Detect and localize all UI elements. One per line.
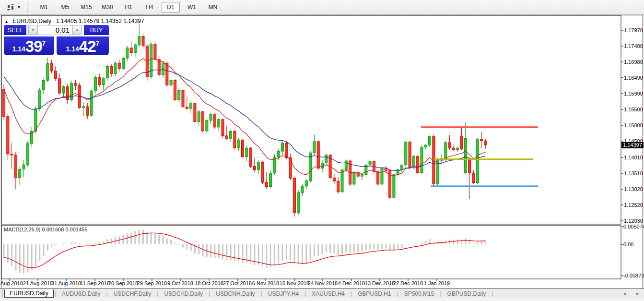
- volume-input[interactable]: 0.01: [38, 25, 72, 35]
- macd-indicator-label: MACD(12,26,9) 0.001608 0.001455: [4, 227, 87, 232]
- toolbar-drag-grip[interactable]: [27, 2, 30, 12]
- date-axis-tick: 24 Nov 2018: [308, 280, 338, 286]
- one-click-trading-panel: SELL ▼ 0.01 ▲ BUY 1.14 39 7 1.14 42 7: [4, 25, 109, 54]
- price-axis-tick: 1.15000: [624, 122, 643, 128]
- date-axis-tick: 21 Aug 2018: [23, 280, 53, 286]
- timeframe-button-h1[interactable]: H1: [119, 2, 138, 12]
- chart-tab-usdchf-daily[interactable]: USDCHF,Daily: [109, 290, 156, 298]
- ohlc-high: 1.14579: [79, 18, 99, 24]
- date-axis-tick: 6 Nov 2018: [252, 280, 279, 286]
- chart-tab-audusd-daily[interactable]: AUDUSD,Daily: [57, 290, 105, 298]
- tab-divider: |: [304, 290, 306, 297]
- macd-axis-tick: 0.005074: [623, 224, 644, 229]
- ohlc-open: 1.14405: [56, 18, 77, 24]
- timeframe-button-d1[interactable]: D1: [162, 2, 180, 12]
- buy-price-display[interactable]: 1.14 42 7: [57, 36, 109, 55]
- timeframes-icon: [6, 4, 15, 11]
- tab-scroll-left-button[interactable]: ◄: [622, 291, 627, 296]
- sell-price-pips: 39: [25, 39, 42, 54]
- date-axis-tick: 18 Oct 2018: [195, 280, 223, 286]
- sell-price-display[interactable]: 1.14 39 7: [4, 36, 54, 55]
- tab-divider: |: [106, 290, 108, 297]
- ohlc-low: 1.14352: [101, 18, 121, 24]
- periodicity-tool-button[interactable]: ▼: [5, 3, 23, 12]
- chart-window[interactable]: [1, 15, 643, 289]
- chart-tab-usdcad-daily[interactable]: USDCAD,Daily: [159, 290, 208, 298]
- price-axis-tick: 1.15990: [624, 91, 643, 96]
- chart-symbol-period: EURUSD,Daily: [12, 18, 51, 24]
- date-axis-tick: 9 Aug 2018: [0, 280, 23, 286]
- timeframe-button-w1[interactable]: W1: [183, 2, 201, 12]
- chart-tab-sp500-m15[interactable]: SP500,M15: [399, 290, 439, 298]
- price-axis-tick: 1.12520: [624, 202, 643, 208]
- chart-tab-xauusd-h4[interactable]: XAUUSD,H4: [307, 290, 350, 298]
- tab-divider: |: [209, 290, 210, 297]
- date-axis-tick: 22 Dec 2018: [393, 280, 423, 286]
- chart-tab-bar: EURUSD,Daily|AUDUSD,Daily|USDCHF,Daily|U…: [0, 289, 644, 298]
- price-axis-tick: 1.17970: [624, 27, 643, 33]
- tab-divider: |: [492, 290, 493, 297]
- macd-axis-tick: 0.00: [623, 241, 633, 247]
- timeframe-buttons: M1M5M15M30H1H4D1W1MN: [34, 2, 223, 12]
- price-axis-tick: 1.16980: [624, 59, 643, 65]
- price-axis-tick: 1.13020: [624, 186, 643, 192]
- chart-tab-gbpusd-daily[interactable]: GBPUSD,Daily: [442, 290, 491, 298]
- timeframe-toolbar: ▼ M1M5M15M30H1H4D1W1MN: [0, 0, 644, 15]
- chevron-down-icon: ▼: [17, 5, 21, 10]
- price-axis-tick: 1.17480: [624, 43, 643, 49]
- tab-divider: |: [157, 290, 158, 297]
- price-axis-tick: 1.16490: [624, 75, 643, 81]
- volume-increase-button[interactable]: ▲: [72, 25, 82, 35]
- buy-price-point: 7: [96, 39, 100, 47]
- collapse-triangle-icon[interactable]: ▲: [4, 19, 9, 24]
- price-axis-tick: 1.12030: [624, 218, 643, 224]
- buy-price-pips: 42: [79, 39, 96, 54]
- chart-tab-gbpusd-h1[interactable]: GBPUSD,H1: [353, 290, 396, 298]
- tab-divider: |: [397, 290, 398, 297]
- timeframe-button-m1[interactable]: M1: [35, 2, 53, 12]
- date-axis-tick: 9 Oct 2018: [167, 280, 193, 286]
- date-axis-tick: 27 Oct 2018: [223, 280, 252, 286]
- date-axis-tick: 29 Sep 2018: [137, 280, 167, 286]
- tab-scroll-right-button[interactable]: ►: [635, 291, 640, 296]
- date-axis-tick: 13 Dec 2018: [365, 280, 395, 286]
- price-axis-tick: 1.14010: [624, 155, 643, 160]
- buy-button[interactable]: BUY: [84, 25, 109, 35]
- date-axis-tick: 15 Nov 2018: [280, 280, 309, 286]
- timeframe-button-m30[interactable]: M30: [98, 2, 117, 12]
- tab-bar-notch: [0, 289, 3, 298]
- date-axis-tick: 4 Dec 2018: [338, 280, 365, 286]
- tab-divider: |: [261, 290, 262, 297]
- chart-ohlc-title: ▲ EURUSD,Daily 1.14405 1.14579 1.14352 1…: [4, 18, 144, 24]
- tab-divider: |: [351, 290, 352, 297]
- date-axis-tick: 1 Jan 2019: [424, 280, 450, 286]
- current-price-tag: 1.14397: [621, 142, 644, 148]
- buy-price-prefix: 1.14: [66, 45, 79, 53]
- ohlc-close: 1.14397: [123, 18, 144, 24]
- timeframe-button-m5[interactable]: M5: [56, 2, 74, 12]
- chart-tab-eurusd-daily[interactable]: EURUSD,Daily: [4, 289, 54, 298]
- sell-price-point: 7: [42, 39, 46, 47]
- timeframe-button-h4[interactable]: H4: [141, 2, 159, 12]
- timeframe-button-mn[interactable]: MN: [204, 2, 222, 12]
- timeframe-button-m15[interactable]: M15: [77, 2, 95, 12]
- chart-tab-usdcnh-daily[interactable]: USDCNH,Daily: [211, 290, 259, 298]
- tab-divider: |: [55, 290, 56, 297]
- macd-axis-tick: -0.00873: [623, 273, 644, 278]
- tab-divider: |: [440, 290, 441, 297]
- price-axis-tick: 1.15500: [624, 107, 643, 112]
- mt4-terminal: ▼ M1M5M15M30H1H4D1W1MN ▲ EURUSD,Daily 1.…: [0, 0, 644, 301]
- sell-price-prefix: 1.14: [12, 45, 25, 53]
- date-axis-tick: 11 Sep 2018: [80, 280, 110, 286]
- date-axis-tick: 20 Sep 2018: [108, 280, 138, 286]
- chart-tab-usdjpy-h4[interactable]: USDJPY,H4: [263, 290, 304, 298]
- status-strip: [0, 298, 644, 301]
- price-axis-tick: 1.13510: [624, 170, 643, 176]
- sell-button[interactable]: SELL: [4, 25, 26, 35]
- date-axis-tick: 31 Aug 2018: [51, 280, 81, 286]
- volume-decrease-button[interactable]: ▼: [28, 25, 38, 35]
